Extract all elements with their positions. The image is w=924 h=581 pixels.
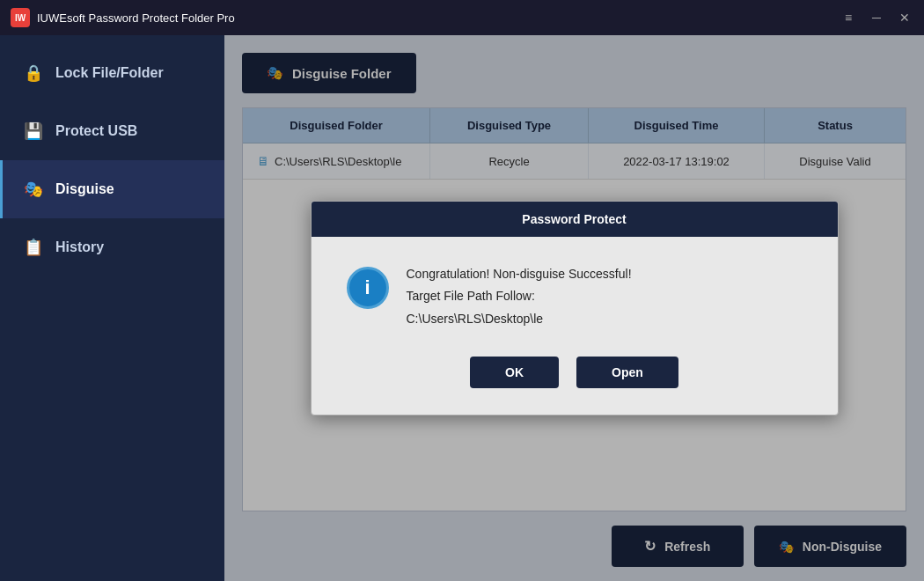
modal-open-button[interactable]: Open [576, 357, 678, 388]
app-title: IUWEsoft Password Protect Folder Pro [37, 11, 235, 25]
info-icon: i [347, 267, 389, 309]
menu-button[interactable]: ≡ [840, 9, 857, 26]
sidebar-label-disguise: Disguise [55, 181, 114, 197]
lock-icon: 🔒 [24, 63, 43, 83]
history-icon: 📋 [24, 238, 43, 257]
password-protect-dialog: Password Protect i Congratulation! Non-d… [311, 201, 839, 416]
modal-title: Password Protect [312, 202, 838, 237]
sidebar-label-history: History [55, 239, 104, 255]
app-icon: IW [11, 8, 30, 27]
sidebar-item-history[interactable]: 📋 History [0, 218, 224, 276]
title-bar-left: IW IUWEsoft Password Protect Folder Pro [11, 8, 235, 27]
modal-footer: OK Open [312, 357, 838, 415]
sidebar: 🔒 Lock File/Folder 💾 Protect USB 🎭 Disgu… [0, 35, 224, 581]
disguise-icon: 🎭 [24, 180, 43, 199]
main-layout: 🔒 Lock File/Folder 💾 Protect USB 🎭 Disgu… [0, 35, 924, 581]
modal-message-line1: Congratulation! Non-disguise Successful! [407, 263, 632, 285]
sidebar-item-disguise[interactable]: 🎭 Disguise [0, 160, 224, 218]
title-bar: IW IUWEsoft Password Protect Folder Pro … [0, 0, 924, 35]
modal-message-line2: Target File Path Follow: [407, 285, 632, 307]
modal-body: i Congratulation! Non-disguise Successfu… [312, 237, 838, 357]
content-area: 🎭 Disguise Folder Disguised Folder Disgu… [224, 35, 924, 581]
close-button[interactable]: ✕ [896, 9, 913, 26]
title-bar-controls: ≡ ─ ✕ [840, 9, 913, 26]
minimize-button[interactable]: ─ [868, 9, 885, 26]
modal-overlay: Password Protect i Congratulation! Non-d… [224, 35, 924, 581]
modal-message-line3: C:\Users\RLS\Desktop\le [407, 308, 632, 330]
sidebar-item-lock[interactable]: 🔒 Lock File/Folder [0, 44, 224, 102]
sidebar-item-usb[interactable]: 💾 Protect USB [0, 102, 224, 160]
modal-ok-button[interactable]: OK [470, 357, 559, 388]
usb-icon: 💾 [24, 121, 43, 141]
sidebar-label-lock: Lock File/Folder [55, 65, 164, 81]
sidebar-label-usb: Protect USB [55, 123, 137, 139]
modal-message: Congratulation! Non-disguise Successful!… [407, 263, 632, 330]
